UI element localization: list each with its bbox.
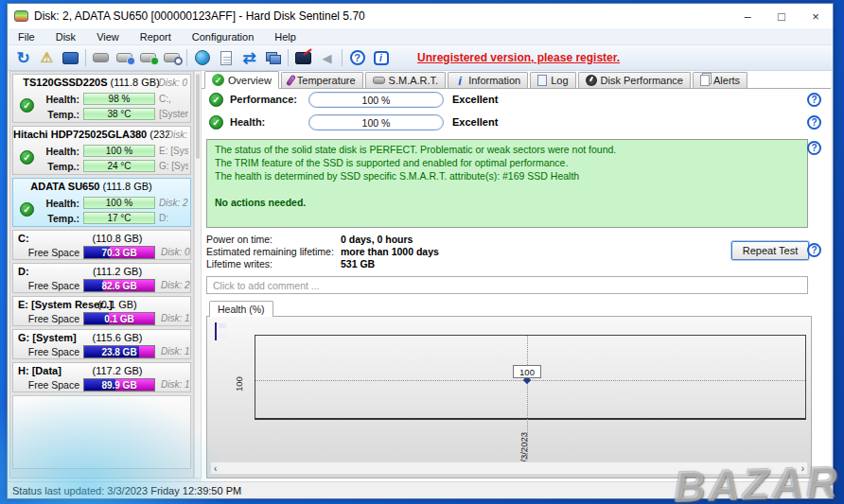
help-icon[interactable]: ? <box>807 141 821 155</box>
menu-item[interactable]: File <box>8 28 45 45</box>
disk-volumes: D: <box>159 213 188 223</box>
menu-item[interactable]: View <box>86 28 130 45</box>
refresh-icon[interactable]: ↻ <box>11 48 35 68</box>
writes-value: 531 GB <box>341 258 375 269</box>
toolbar-separator <box>186 49 187 66</box>
free-space-label: Free Space <box>13 247 79 258</box>
sound-icon[interactable]: ◀ <box>315 48 339 68</box>
save-chart-icon[interactable] <box>215 322 217 340</box>
partition-item[interactable]: H: [Data] (117.2 GB) Free Space 89.9 GB … <box>12 362 191 392</box>
toolbar-separator <box>288 49 289 66</box>
tab-smart[interactable]: S.M.A.R.T. <box>365 72 447 88</box>
disk-item-ts120[interactable]: TS120GSSD220S (111.8 GB) Disk: 0 ✓ Healt… <box>12 74 191 123</box>
maximize-button[interactable]: □ <box>765 4 799 28</box>
temp-bar: 24 °C <box>83 160 155 172</box>
scroll-left-icon[interactable]: ‹ <box>214 463 217 474</box>
status-text: Status last updated: 3/3/2023 Friday 12:… <box>12 485 241 496</box>
disk-ok-icon[interactable] <box>136 48 160 68</box>
health-value: 100 % <box>309 115 443 130</box>
check-icon: ✓ <box>212 74 224 86</box>
ok-status-icon: ✓ <box>209 115 223 130</box>
health-rating: Excellent <box>452 116 498 128</box>
sidebar-scrollbar[interactable] <box>194 71 202 478</box>
app-icon <box>14 10 28 22</box>
disk-volumes: G: [System], H <box>159 161 188 171</box>
info-bubble-icon[interactable]: i <box>369 48 393 68</box>
status-warning-icon[interactable]: ⚠ <box>35 48 59 68</box>
tab-overview[interactable]: ✓Overview <box>204 71 279 89</box>
health-label: Health: <box>40 94 79 105</box>
tab-disk-performance[interactable]: Disk Performance <box>578 72 691 88</box>
report-icon[interactable] <box>214 48 237 68</box>
help-icon[interactable]: ? <box>345 48 369 68</box>
partition-item[interactable]: C: (110.8 GB) Free Space 70.3 GB Disk: 0 <box>12 230 191 260</box>
disk-name: TS120GSSD220S <box>23 77 107 88</box>
free-space-bar: 0.1 GB <box>83 312 155 325</box>
toolbar-separator <box>342 49 343 66</box>
partition-letter: H: [Data] <box>18 365 62 376</box>
sync-icon[interactable]: ⇄ <box>237 48 261 68</box>
window-title: Disk: 2, ADATA SU650 [000000123AFF] - Ha… <box>34 9 365 23</box>
close-button[interactable]: × <box>799 4 833 28</box>
tab-log[interactable]: Log <box>530 72 575 88</box>
performance-label: Performance: <box>230 94 297 105</box>
scroll-right-icon[interactable]: › <box>801 463 804 474</box>
disk-item-adata-selected[interactable]: ADATA SU650 (111.8 GB) ✓ Health: 100 % D… <box>12 178 191 227</box>
help-icon[interactable]: ? <box>807 93 821 107</box>
disk-search-icon[interactable] <box>160 48 184 68</box>
ok-status-icon: ✓ <box>209 93 223 107</box>
partition-letter: D: <box>18 266 29 277</box>
network-disk-icon[interactable] <box>190 48 214 68</box>
temp-label: Temp.: <box>40 213 79 224</box>
help-icon[interactable]: ? <box>807 243 821 257</box>
disk-name: Hitachi HDP725025GLA380 <box>13 129 147 140</box>
disk-sidebar: TS120GSSD220S (111.8 GB) Disk: 0 ✓ Healt… <box>9 71 194 478</box>
partition-size: (110.8 GB) <box>79 233 155 244</box>
free-space-bar: 82.6 GB <box>83 279 155 292</box>
temp-label: Temp.: <box>40 161 79 172</box>
free-space-value: 89.9 GB <box>84 379 154 391</box>
info-icon: i <box>455 74 465 88</box>
free-space-label: Free Space <box>13 313 79 324</box>
partition-item[interactable]: G: [System] (115.6 GB) Free Space 23.8 G… <box>12 329 191 359</box>
menu-bar: FileDiskViewReportConfigurationHelp <box>8 28 833 45</box>
lifetime-label: Estimated remaining lifetime: <box>206 246 334 257</box>
menu-item[interactable]: Report <box>130 28 182 45</box>
tab-temperature[interactable]: Temperature <box>281 72 363 88</box>
network-computers-icon[interactable] <box>261 48 285 68</box>
disk-monitor-icon[interactable] <box>59 48 82 68</box>
help-icon[interactable]: ? <box>807 115 821 130</box>
chart-tab-health[interactable]: Health (%) <box>209 301 273 317</box>
free-space-bar: 70.3 GB <box>83 246 155 259</box>
partition-disk-number: Disk: 2 <box>161 280 190 290</box>
minimize-button[interactable]: – <box>730 4 765 28</box>
disk-detect-icon[interactable] <box>89 48 113 68</box>
partition-item[interactable]: D: (111.2 GB) Free Space 82.6 GB Disk: 2 <box>12 263 191 293</box>
partition-letter: C: <box>18 233 29 244</box>
main-panel: ✓Overview Temperature S.M.A.R.T. iInform… <box>202 71 831 483</box>
disk-volumes: [System Rese <box>159 109 188 119</box>
document-icon <box>537 75 547 86</box>
partition-item[interactable]: E: [System Reser..] (0.1 GB) Free Space … <box>12 296 191 326</box>
disk-volumes: C:, <box>159 94 188 104</box>
health-bar: 98 % <box>83 93 155 105</box>
unregistered-link[interactable]: Unregistered version, please register. <box>417 51 620 64</box>
partition-disk-number: Disk: 1 <box>161 346 190 356</box>
monitor-edit-icon[interactable] <box>291 48 315 68</box>
comment-input[interactable] <box>206 276 808 294</box>
menu-item[interactable]: Configuration <box>182 28 264 45</box>
disk-size: (111.8 GB) <box>103 181 152 192</box>
chart-scrollbar[interactable]: ‹ › <box>210 461 808 475</box>
tab-alerts[interactable]: Alerts <box>693 72 747 88</box>
menu-item[interactable]: Disk <box>45 28 86 45</box>
tab-information[interactable]: iInformation <box>448 72 528 88</box>
partition-size: (111.2 GB) <box>79 266 155 277</box>
repeat-test-button[interactable]: Repeat Test <box>731 241 809 260</box>
free-space-bar: 23.8 GB <box>83 345 155 358</box>
disk-clock-icon[interactable] <box>113 48 136 68</box>
status-text-box: The status of the solid state disk is PE… <box>206 139 808 228</box>
menu-item[interactable]: Help <box>264 28 307 45</box>
disk-item-hitachi[interactable]: Hitachi HDP725025GLA380 (232.9 GB) Disk:… <box>12 126 191 175</box>
free-space-label: Free Space <box>13 379 79 391</box>
disk-number: Disk: 2 <box>159 198 188 208</box>
